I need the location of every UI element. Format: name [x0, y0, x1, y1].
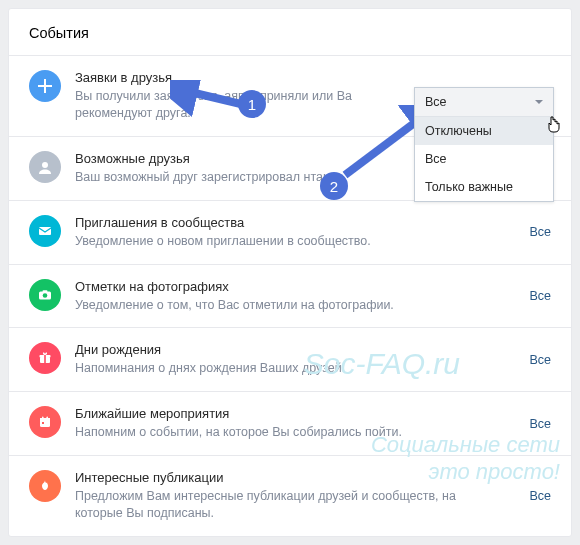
svg-rect-9 [40, 418, 50, 421]
row-title: Заявки в друзья [75, 70, 401, 85]
gift-icon [29, 342, 61, 374]
row-texts: Интересные публикации Предложим Вам инте… [75, 470, 529, 522]
row-title: Интересные публикации [75, 470, 469, 485]
row-title: Дни рождения [75, 342, 469, 357]
annotation-number: 2 [320, 172, 348, 200]
svg-point-3 [43, 293, 48, 298]
camera-icon [29, 279, 61, 311]
row-title: Отметки на фотографиях [75, 279, 469, 294]
row-texts: Отметки на фотографиях Уведомление о том… [75, 279, 529, 314]
row-value-link[interactable]: Все [529, 289, 551, 303]
row-title: Ближайшие мероприятия [75, 406, 469, 421]
row-texts: Дни рождения Напоминания о днях рождения… [75, 342, 529, 377]
value-dropdown[interactable]: Все Отключены Все Только важные [414, 87, 554, 202]
row-desc: Напомним о событии, на которое Вы собира… [75, 424, 469, 441]
fire-icon [29, 470, 61, 502]
event-row: Интересные публикации Предложим Вам инте… [9, 456, 571, 536]
cursor-icon [546, 116, 562, 138]
svg-point-0 [42, 162, 48, 168]
row-title: Приглашения в сообщества [75, 215, 469, 230]
row-value-link[interactable]: Все [529, 225, 551, 239]
row-value-link[interactable]: Все [529, 489, 551, 503]
row-desc: Уведомление о том, что Вас отметили на ф… [75, 297, 469, 314]
dropdown-option[interactable]: Все [415, 145, 553, 173]
annotation-badge: 1 [238, 90, 266, 118]
row-texts: Приглашения в сообщества Уведомление о н… [75, 215, 529, 250]
svg-rect-1 [39, 227, 51, 235]
calendar-icon [29, 406, 61, 438]
row-texts: Ближайшие мероприятия Напомним о событии… [75, 406, 529, 441]
svg-rect-4 [43, 290, 48, 292]
card-header: События [9, 9, 571, 56]
event-row: Дни рождения Напоминания о днях рождения… [9, 328, 571, 392]
event-row: Отметки на фотографиях Уведомление о том… [9, 265, 571, 329]
mail-icon [29, 215, 61, 247]
row-value-link[interactable]: Все [529, 353, 551, 367]
svg-rect-11 [47, 417, 49, 420]
event-row: Ближайшие мероприятия Напомним о событии… [9, 392, 571, 456]
svg-rect-12 [42, 422, 44, 424]
svg-rect-10 [42, 417, 44, 420]
row-desc: Напоминания о днях рождения Ваших друзей… [75, 360, 469, 377]
dropdown-option[interactable]: Отключены [415, 117, 553, 145]
dropdown-option[interactable]: Только важные [415, 173, 553, 201]
plus-icon [29, 70, 61, 102]
dropdown-selected[interactable]: Все [415, 88, 553, 117]
svg-rect-7 [44, 355, 46, 363]
person-icon [29, 151, 61, 183]
event-row: Приглашения в сообщества Уведомление о н… [9, 201, 571, 265]
chevron-down-icon [535, 100, 543, 104]
annotation-number: 1 [238, 90, 266, 118]
row-desc: Уведомление о новом приглашении в сообще… [75, 233, 469, 250]
row-value-link[interactable]: Все [529, 417, 551, 431]
annotation-badge: 2 [320, 172, 348, 200]
row-desc: Предложим Вам интересные публикации друз… [75, 488, 469, 522]
